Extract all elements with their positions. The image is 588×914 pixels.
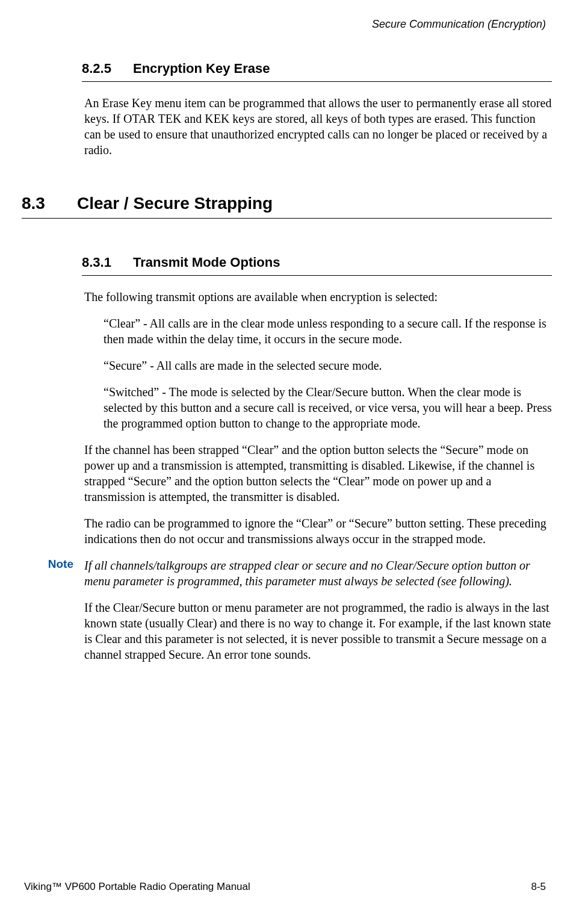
section-8-3: 8.3Clear / Secure Strapping 8.3.1Transmi… bbox=[24, 194, 552, 662]
heading-number: 8.3.1 bbox=[82, 255, 133, 270]
section-8-2-5: 8.2.5Encryption Key Erase An Erase Key m… bbox=[84, 61, 552, 158]
heading-number: 8.3 bbox=[22, 194, 77, 213]
body-paragraph: If the channel has been strapped “Clear”… bbox=[84, 442, 552, 505]
body-paragraph: An Erase Key menu item can be programmed… bbox=[84, 95, 552, 158]
note-label: Note bbox=[45, 558, 84, 589]
section-8-3-1: 8.3.1Transmit Mode Options The following… bbox=[84, 255, 552, 662]
body-paragraph: The radio can be programmed to ignore th… bbox=[84, 515, 552, 547]
heading-number: 8.2.5 bbox=[82, 61, 133, 76]
option-switched: “Switched” - The mode is selected by the… bbox=[104, 384, 552, 431]
option-clear: “Clear” - All calls are in the clear mod… bbox=[104, 316, 552, 347]
note-text: If all channels/talkgroups are strapped … bbox=[84, 558, 552, 589]
footer-page-number: 8-5 bbox=[531, 881, 546, 893]
heading-title: Clear / Secure Strapping bbox=[77, 194, 273, 213]
note-block: Note If all channels/talkgroups are stra… bbox=[45, 558, 552, 589]
heading-title: Transmit Mode Options bbox=[133, 255, 280, 270]
heading-8-3: 8.3Clear / Secure Strapping bbox=[22, 194, 552, 219]
option-secure: “Secure” - All calls are made in the sel… bbox=[104, 358, 552, 373]
heading-title: Encryption Key Erase bbox=[133, 61, 270, 76]
body-paragraph: If the Clear/Secure button or menu param… bbox=[84, 600, 552, 662]
body-paragraph: The following transmit options are avail… bbox=[84, 289, 552, 305]
heading-8-2-5: 8.2.5Encryption Key Erase bbox=[82, 61, 552, 82]
footer-manual-title: Viking™ VP600 Portable Radio Operating M… bbox=[24, 881, 250, 893]
page-header: Secure Communication (Encryption) bbox=[24, 18, 546, 31]
page-footer: Viking™ VP600 Portable Radio Operating M… bbox=[24, 881, 546, 893]
heading-8-3-1: 8.3.1Transmit Mode Options bbox=[82, 255, 552, 276]
